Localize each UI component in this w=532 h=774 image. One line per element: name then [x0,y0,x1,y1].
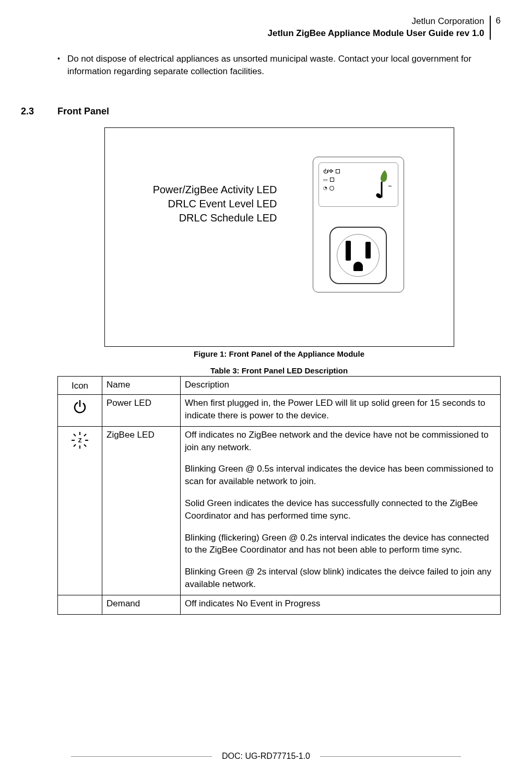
figure-labels: Power/ZigBee Activity LED DRLC Event Lev… [121,183,277,225]
svg-line-10 [84,434,86,436]
led-table: Icon Name Description Power LED When fir… [57,376,501,614]
figure-label-3: DRLC Schedule LED [121,211,277,225]
zigbee-icon: Z [58,426,102,595]
table-row: Power LED When first plugged in, the Pow… [58,395,501,427]
svg-line-9 [74,444,76,447]
th-icon: Icon [58,377,102,395]
bullet-icon: • [57,53,60,78]
svg-line-7 [74,434,76,436]
section-title: Front Panel [57,106,109,117]
row-desc: Off indicates No Event in Progress [181,595,501,614]
header-text-block: Jetlun Corporation Jetlun ZigBee Applian… [268,16,491,40]
th-name: Name [102,377,181,395]
figure-caption: Figure 1: Front Panel of the Appliance M… [57,349,501,358]
header-title: Jetlun ZigBee Appliance Module User Guid… [268,28,484,40]
table-row: Demand Off indicates No Event in Progres… [58,595,501,614]
row-name: Demand [102,595,181,614]
row-desc: Off indicates no ZigBee network and the … [181,426,501,595]
table-header-row: Icon Name Description [58,377,501,395]
bullet-text: Do not dispose of electrical appliances … [67,53,501,78]
device-illustration: ⏻/✲ ▭ ◔ ™ [313,157,404,292]
bullet-item: • Do not dispose of electrical appliance… [57,53,501,78]
page-number: 6 [491,16,501,40]
table-caption: Table 3: Front Panel LED Description [57,366,501,375]
section-heading: 2.3 Front Panel [21,106,501,117]
svg-line-8 [84,444,86,447]
device-top-panel: ⏻/✲ ▭ ◔ ™ [318,162,398,207]
outlet-illustration [329,227,387,284]
section-number: 2.3 [21,106,57,117]
page-footer: DOC: UG-RD77715-1.0 [0,752,532,761]
row-name: ZigBee LED [102,426,181,595]
header-company: Jetlun Corporation [268,16,484,28]
footer-doc: DOC: UG-RD77715-1.0 [222,752,310,760]
row-desc: When first plugged in, the Power LED wil… [181,395,501,427]
row-name: Power LED [102,395,181,427]
power-icon [58,395,102,427]
jetlun-logo: ™ [369,168,393,202]
demand-icon [58,595,102,614]
figure-frame: Power/ZigBee Activity LED DRLC Event Lev… [104,127,454,347]
svg-text:™: ™ [388,185,392,189]
table-row: Z ZigBee LED Off indicates no ZigBee net… [58,426,501,595]
figure-label-2: DRLC Event Level LED [121,197,277,211]
svg-text:Z: Z [78,437,82,443]
page-header: Jetlun Corporation Jetlun ZigBee Applian… [16,16,501,40]
led-icon-column: ⏻/✲ ▭ ◔ [323,167,340,192]
figure-label-1: Power/ZigBee Activity LED [121,183,277,197]
th-desc: Description [181,377,501,395]
